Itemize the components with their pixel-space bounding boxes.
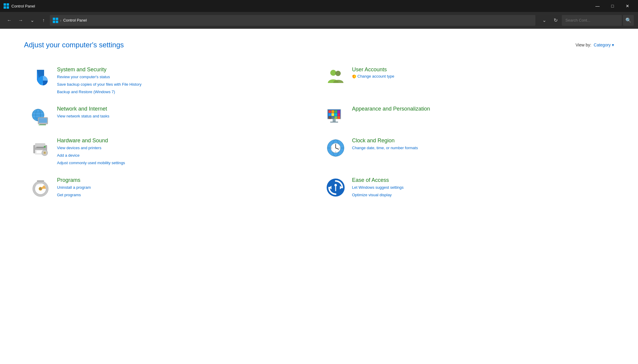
system-security-title[interactable]: System and Security (57, 67, 142, 73)
link-change-account[interactable]: ✓ Change account type (352, 74, 394, 78)
svg-rect-31 (328, 116, 331, 119)
category-hardware-sound: Hardware and Sound View devices and prin… (24, 132, 319, 171)
svg-rect-23 (328, 110, 331, 113)
breadcrumb-label: Control Panel (63, 18, 87, 22)
svg-rect-40 (36, 147, 44, 148)
svg-rect-24 (331, 110, 334, 113)
network-internet-title[interactable]: Network and Internet (57, 106, 109, 112)
svg-rect-5 (56, 18, 58, 20)
svg-rect-28 (331, 113, 334, 116)
nav-right: ⌄ ↻ 🔍 (539, 15, 634, 26)
system-security-content: System and Security Review your computer… (57, 67, 142, 95)
category-network-internet: Network and Internet View network status… (24, 100, 319, 132)
search-button[interactable]: 🔍 (623, 15, 634, 26)
app-icon (4, 3, 9, 9)
maximize-button[interactable]: □ (606, 0, 619, 12)
dropdown-button[interactable]: ⌄ (27, 15, 37, 25)
ease-access-title[interactable]: Ease of Access (352, 177, 404, 183)
clock-region-icon (325, 138, 346, 158)
hardware-sound-icon (30, 138, 51, 158)
svg-rect-25 (334, 110, 337, 113)
link-get-programs[interactable]: Get programs (57, 192, 91, 198)
up-button[interactable]: ↑ (38, 15, 49, 25)
svg-point-10 (335, 71, 341, 76)
network-internet-content: Network and Internet View network status… (57, 106, 109, 120)
link-review-status[interactable]: Review your computer's status (57, 74, 142, 80)
link-mobility-settings[interactable]: Adjust commonly used mobility settings (57, 160, 125, 166)
svg-rect-38 (35, 143, 45, 147)
link-devices-printers[interactable]: View devices and printers (57, 145, 125, 151)
view-by: View by: Category ▾ (576, 43, 614, 47)
svg-rect-18 (39, 118, 47, 123)
svg-rect-29 (334, 113, 337, 116)
breadcrumb-icon (53, 18, 58, 23)
view-by-dropdown[interactable]: Category ▾ (594, 43, 614, 47)
svg-point-45 (44, 152, 45, 153)
link-date-time[interactable]: Change date, time, or number formats (352, 145, 418, 151)
window-controls: — □ ✕ (591, 0, 634, 12)
title-bar: Control Panel — □ ✕ (0, 0, 638, 12)
svg-text:✓: ✓ (353, 75, 355, 78)
appearance-icon (325, 106, 346, 127)
minimize-button[interactable]: — (591, 0, 604, 12)
svg-rect-30 (337, 113, 340, 116)
refresh-button[interactable]: ↻ (550, 15, 561, 25)
appearance-title[interactable]: Appearance and Personalization (352, 106, 430, 112)
main-content: Adjust your computer's settings View by:… (0, 29, 638, 364)
link-suggest-settings[interactable]: Let Windows suggest settings (352, 185, 404, 191)
svg-rect-27 (328, 113, 331, 116)
clock-region-title[interactable]: Clock and Region (352, 138, 418, 144)
svg-rect-3 (7, 6, 9, 9)
link-add-device[interactable]: Add a device (57, 152, 125, 159)
categories-grid: System and Security Review your computer… (24, 61, 614, 203)
link-file-history[interactable]: Save backup copies of your files with Fi… (57, 81, 142, 88)
breadcrumb: › Control Panel (50, 15, 535, 26)
programs-content: Programs Uninstall a program Get program… (57, 177, 91, 198)
hardware-sound-content: Hardware and Sound View devices and prin… (57, 138, 125, 166)
appearance-content: Appearance and Personalization (352, 106, 430, 112)
shield-icon: ✓ (352, 74, 356, 78)
link-backup-restore[interactable]: Backup and Restore (Windows 7) (57, 89, 142, 95)
system-security-icon (30, 67, 51, 87)
hardware-sound-title[interactable]: Hardware and Sound (57, 138, 125, 144)
svg-point-9 (330, 70, 336, 76)
category-ease-access: Ease of Access Let Windows suggest setti… (319, 172, 614, 204)
search-input[interactable] (562, 15, 622, 26)
svg-rect-34 (337, 116, 340, 119)
page-title: Adjust your computer's settings (24, 41, 124, 49)
svg-point-41 (44, 146, 46, 148)
svg-rect-33 (334, 116, 337, 119)
category-clock-region: Clock and Region Change date, time, or n… (319, 132, 614, 171)
link-network-status[interactable]: View network status and tasks (57, 113, 109, 120)
close-button[interactable]: ✕ (621, 0, 634, 12)
navigation-bar: ← → ⌄ ↑ › Control Panel ⌄ ↻ 🔍 (0, 12, 638, 29)
svg-rect-7 (56, 21, 58, 23)
user-accounts-title[interactable]: User Accounts (352, 67, 394, 73)
svg-rect-6 (53, 21, 55, 23)
user-accounts-icon (325, 67, 346, 87)
category-programs: Programs Uninstall a program Get program… (24, 172, 319, 204)
view-by-label: View by: (576, 43, 592, 47)
back-button[interactable]: ← (4, 15, 14, 25)
user-accounts-content: User Accounts ✓ Change account type (352, 67, 394, 78)
svg-rect-36 (330, 122, 338, 123)
ease-access-icon (325, 177, 346, 198)
window-title: Control Panel (11, 4, 588, 8)
link-uninstall[interactable]: Uninstall a program (57, 185, 91, 191)
clock-region-content: Clock and Region Change date, time, or n… (352, 138, 418, 151)
header-row: Adjust your computer's settings View by:… (24, 41, 614, 49)
svg-rect-35 (333, 119, 336, 122)
category-system-security: System and Security Review your computer… (24, 61, 319, 100)
svg-rect-60 (37, 180, 44, 182)
programs-title[interactable]: Programs (57, 177, 91, 183)
svg-point-65 (334, 184, 337, 186)
ease-access-content: Ease of Access Let Windows suggest setti… (352, 177, 404, 198)
breadcrumb-separator: › (60, 18, 61, 23)
category-appearance: Appearance and Personalization (319, 100, 614, 132)
programs-icon (30, 177, 51, 198)
network-internet-icon (30, 106, 51, 127)
svg-rect-32 (331, 116, 334, 119)
link-visual-display[interactable]: Optimize visual display (352, 192, 404, 198)
forward-button[interactable]: → (16, 15, 26, 25)
history-dropdown-button[interactable]: ⌄ (539, 15, 549, 25)
